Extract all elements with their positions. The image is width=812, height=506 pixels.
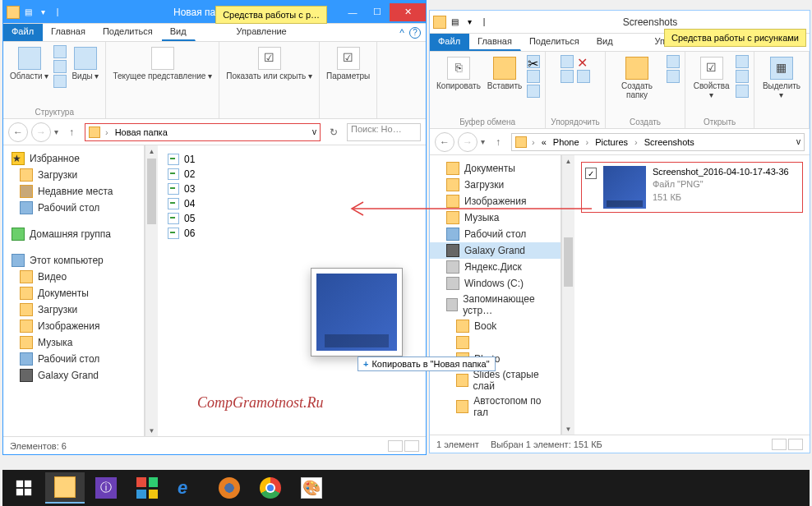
refresh-button[interactable]: ↻ bbox=[324, 122, 344, 142]
nav-item[interactable]: Загрузки bbox=[3, 167, 144, 183]
address-dropdown-icon[interactable]: v bbox=[312, 127, 316, 136]
ribbon-panes-button[interactable]: Области ▾ bbox=[8, 45, 50, 82]
view-details-icon[interactable] bbox=[772, 439, 787, 450]
copypath-icon[interactable] bbox=[527, 70, 540, 83]
tab-view[interactable]: Вид bbox=[588, 34, 622, 51]
open-icon[interactable] bbox=[736, 55, 749, 68]
file-item[interactable]: 03 bbox=[164, 182, 419, 196]
qat-dropdown-icon[interactable]: ▾ bbox=[463, 16, 476, 29]
nav-item[interactable]: Изображения bbox=[3, 318, 144, 334]
ribbon-views-button[interactable]: Виды ▾ bbox=[70, 45, 100, 82]
ribbon-collapse-icon[interactable]: ^ bbox=[399, 27, 404, 39]
nav-item[interactable]: Galaxy Grand bbox=[3, 367, 144, 384]
nav-item[interactable]: Яндекс.Диск bbox=[430, 259, 561, 275]
ribbon-copy-button[interactable]: ⎘Копировать bbox=[435, 55, 482, 92]
taskbar-explorer[interactable] bbox=[45, 472, 85, 504]
file-item[interactable]: 02 bbox=[164, 167, 419, 182]
view-thumbs-icon[interactable] bbox=[788, 439, 803, 450]
nav-item[interactable]: Видео bbox=[3, 269, 144, 285]
address-dropdown-icon[interactable]: v bbox=[796, 137, 800, 146]
tab-home[interactable]: Главная bbox=[43, 24, 95, 41]
file-item[interactable]: 01 bbox=[164, 152, 419, 167]
file-item-selected[interactable]: ✓ Screenshot_2016-04-10-17-43-36 Файл "P… bbox=[581, 162, 803, 213]
nav-favorites[interactable]: ★Избранное bbox=[3, 150, 144, 167]
address-bar[interactable]: Новая папка v bbox=[85, 123, 321, 141]
nav-forward-button[interactable]: → bbox=[458, 132, 478, 152]
nav-this-pc[interactable]: Этот компьютер bbox=[3, 252, 144, 269]
nav-item[interactable]: Документы bbox=[430, 160, 561, 177]
file-list-pane[interactable]: ✓ Screenshot_2016-04-10-17-43-36 Файл "P… bbox=[574, 155, 810, 435]
nav-item[interactable]: Запоминающее устр… bbox=[430, 292, 561, 318]
nav-history-dropdown[interactable]: ▾ bbox=[481, 137, 485, 146]
easyaccess-icon[interactable] bbox=[667, 70, 680, 83]
breadcrumb[interactable]: « bbox=[540, 137, 548, 147]
nav-up-button[interactable]: ↑ bbox=[62, 122, 81, 142]
tab-file[interactable]: Файл bbox=[3, 24, 43, 41]
taskbar-app[interactable] bbox=[127, 472, 167, 504]
titlebar[interactable]: ▤ ▾ | Новая папка Средства работы с р… —… bbox=[3, 1, 426, 24]
titlebar[interactable]: ▤ ▾ | Screenshots Средства работы с рису… bbox=[430, 11, 810, 34]
help-icon[interactable]: ? bbox=[409, 27, 421, 39]
nav-back-button[interactable]: ← bbox=[8, 122, 28, 142]
moveto-icon[interactable] bbox=[561, 55, 574, 68]
layout-icon[interactable] bbox=[53, 75, 67, 88]
taskbar-ie[interactable]: e bbox=[168, 472, 208, 504]
breadcrumb[interactable]: Pictures bbox=[593, 137, 630, 147]
paste-shortcut-icon[interactable] bbox=[527, 85, 540, 98]
nav-item[interactable]: Автостопом по гал bbox=[430, 393, 561, 420]
nav-forward-button[interactable]: → bbox=[31, 122, 51, 142]
history-icon[interactable] bbox=[736, 85, 749, 98]
ribbon-options-button[interactable]: ☑Параметры bbox=[325, 45, 371, 82]
nav-history-dropdown[interactable]: ▾ bbox=[54, 127, 58, 136]
tab-manage[interactable]: Управление bbox=[228, 24, 296, 41]
nav-item-phone[interactable]: Galaxy Grand bbox=[430, 242, 561, 259]
qat-icon[interactable]: ▤ bbox=[448, 16, 461, 29]
file-item[interactable]: 06 bbox=[164, 226, 419, 241]
taskbar-firefox[interactable] bbox=[210, 472, 249, 504]
qat-dropdown-icon[interactable]: ▾ bbox=[36, 6, 49, 19]
rename-icon[interactable] bbox=[577, 70, 590, 83]
breadcrumb[interactable]: Phone bbox=[551, 137, 581, 147]
layout-icon[interactable] bbox=[53, 60, 67, 73]
nav-item[interactable]: Windows (C:) bbox=[430, 275, 561, 292]
maximize-button[interactable]: ☐ bbox=[365, 3, 390, 21]
ribbon-paste-button[interactable]: Вставить bbox=[486, 55, 524, 92]
context-tab-badge[interactable]: Средства работы с рисунками bbox=[664, 29, 806, 47]
nav-item[interactable]: Book bbox=[430, 318, 561, 334]
tab-file[interactable]: Файл bbox=[430, 34, 469, 51]
context-tab-badge[interactable]: Средства работы с р… bbox=[215, 6, 327, 24]
ribbon-currentview-button[interactable]: Текущее представление ▾ bbox=[111, 45, 214, 82]
view-thumbs-icon[interactable] bbox=[404, 440, 419, 452]
ribbon-showhide-button[interactable]: ☑Показать или скрыть ▾ bbox=[224, 45, 314, 82]
cut-icon[interactable]: ✂ bbox=[527, 55, 540, 68]
checkbox-icon[interactable]: ✓ bbox=[585, 168, 597, 179]
tab-share[interactable]: Поделиться bbox=[95, 24, 162, 41]
nav-homegroup[interactable]: Домашняя группа bbox=[3, 226, 144, 242]
layout-icon[interactable] bbox=[53, 45, 67, 58]
nav-up-button[interactable]: ↑ bbox=[488, 132, 508, 152]
minimize-button[interactable]: — bbox=[340, 3, 365, 21]
copyto-icon[interactable] bbox=[561, 70, 574, 83]
address-bar[interactable]: « Phone Pictures Screenshots v bbox=[511, 133, 805, 151]
view-details-icon[interactable] bbox=[388, 440, 403, 452]
newitem-icon[interactable] bbox=[667, 55, 680, 68]
nav-item[interactable]: Рабочий стол bbox=[3, 200, 144, 216]
taskbar-chrome[interactable] bbox=[251, 472, 290, 504]
nav-item[interactable]: Рабочий стол bbox=[430, 226, 561, 242]
nav-item[interactable]: Недавние места bbox=[3, 183, 144, 200]
tab-view[interactable]: Вид bbox=[162, 24, 196, 41]
nav-item[interactable]: Документы bbox=[3, 285, 144, 301]
close-button[interactable]: ✕ bbox=[390, 3, 426, 21]
edit-icon[interactable] bbox=[736, 70, 749, 83]
taskbar[interactable]: ⓘ e 🎨 bbox=[2, 470, 810, 506]
tab-home[interactable]: Главная bbox=[469, 34, 521, 51]
nav-item[interactable]: Рабочий стол bbox=[3, 351, 144, 367]
nav-item[interactable]: Загрузки bbox=[430, 177, 561, 193]
nav-scrollbar[interactable]: ▲▼ bbox=[145, 145, 158, 436]
breadcrumb[interactable]: Новая папка bbox=[113, 127, 169, 137]
nav-item[interactable] bbox=[430, 334, 561, 351]
ribbon-properties-button[interactable]: ☑Свойства ▾ bbox=[690, 55, 732, 101]
navigation-pane[interactable]: ★Избранное Загрузки Недавние места Рабоч… bbox=[3, 145, 145, 436]
delete-icon[interactable]: ✕ bbox=[577, 55, 590, 68]
taskbar-app[interactable]: ⓘ bbox=[86, 472, 126, 504]
